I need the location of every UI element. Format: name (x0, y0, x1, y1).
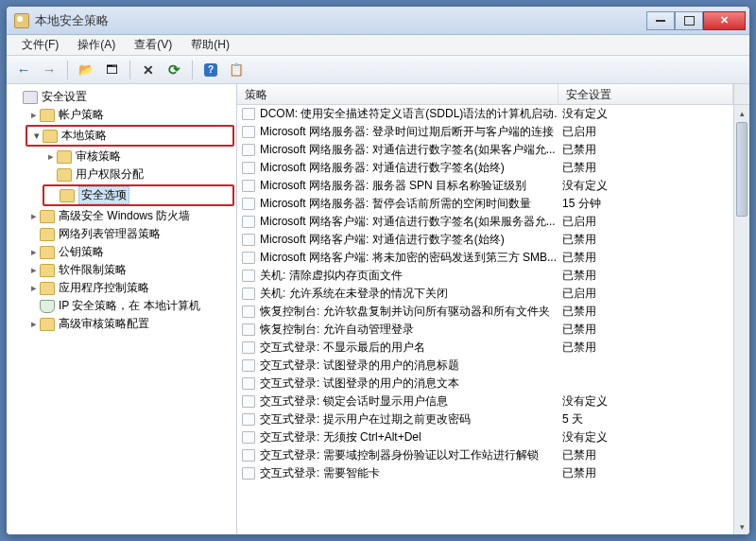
menu-help[interactable]: 帮助(H) (181, 35, 239, 55)
back-button[interactable] (12, 59, 35, 81)
list-row[interactable]: 恢复控制台: 允许软盘复制并访问所有驱动器和所有文件夹已禁用 (237, 303, 733, 321)
tree-appctrl[interactable]: 应用程序控制策略 (26, 279, 234, 297)
list-row[interactable]: 交互式登录: 需要域控制器身份验证以对工作站进行解锁已禁用 (237, 446, 733, 464)
list-row[interactable]: Microsoft 网络客户端: 将未加密的密码发送到第三方 SMB...已禁用 (237, 249, 733, 267)
refresh-button[interactable] (163, 59, 185, 81)
vertical-scrollbar[interactable] (733, 105, 749, 534)
expander-icon[interactable] (44, 150, 57, 163)
list-row[interactable]: 交互式登录: 锁定会话时显示用户信息没有定义 (237, 393, 733, 410)
policy-cell: 关机: 允许系统在未登录的情况下关闭 (260, 286, 558, 302)
list-row[interactable]: 交互式登录: 需要智能卡已禁用 (237, 464, 733, 482)
list-row[interactable]: 交互式登录: 试图登录的用户的消息文本 (237, 375, 733, 393)
policy-cell: Microsoft 网络服务器: 对通信进行数字签名(始终) (260, 160, 558, 176)
policy-icon (241, 270, 256, 283)
tree-pane[interactable]: 安全设置 帐户策略 (7, 84, 237, 534)
policy-cell: Microsoft 网络服务器: 登录时间过期后断开与客户端的连接 (260, 124, 558, 140)
list-row[interactable]: 交互式登录: 无须按 Ctrl+Alt+Del没有定义 (237, 428, 733, 446)
folder-icon (40, 210, 55, 223)
toolbar (7, 56, 749, 84)
minimize-button[interactable] (646, 11, 675, 30)
highlight-security-options: 安全选项 (43, 184, 234, 206)
policy-icon (241, 305, 256, 319)
forward-button[interactable] (38, 59, 60, 81)
column-setting[interactable]: 安全设置 (558, 84, 733, 104)
list-row[interactable]: 关机: 清除虚拟内存页面文件已禁用 (237, 267, 733, 285)
export-button[interactable] (225, 59, 248, 81)
menu-action[interactable]: 操作(A) (68, 35, 125, 55)
policy-cell: 交互式登录: 无须按 Ctrl+Alt+Del (260, 429, 558, 445)
expander-icon[interactable] (27, 210, 40, 222)
tree-user-rights[interactable]: 用户权限分配 (43, 166, 234, 183)
maximize-button[interactable] (675, 11, 703, 30)
setting-cell: 没有定义 (558, 393, 733, 410)
list-row[interactable]: 交互式登录: 试图登录的用户的消息标题 (237, 357, 733, 375)
tree-label: 公钥策略 (59, 244, 104, 260)
policy-cell: Microsoft 网络服务器: 服务器 SPN 目标名称验证级别 (260, 178, 558, 194)
list-row[interactable]: Microsoft 网络客户端: 对通信进行数字签名(始终)已禁用 (237, 231, 733, 249)
window-title: 本地安全策略 (35, 12, 646, 29)
setting-cell: 15 分钟 (558, 196, 733, 212)
list-row[interactable]: Microsoft 网络客户端: 对通信进行数字签名(如果服务器允...已启用 (237, 213, 733, 231)
menu-view[interactable]: 查看(V) (125, 35, 181, 55)
setting-cell: 已启用 (558, 286, 733, 302)
list-row[interactable]: DCOM: 使用安全描述符定义语言(SDDL)语法的计算机启动...没有定义 (237, 105, 733, 123)
scroll-down-icon[interactable] (734, 518, 749, 534)
tree-pubkey[interactable]: 公钥策略 (26, 243, 234, 261)
policy-icon (241, 108, 256, 121)
policy-cell: 交互式登录: 试图登录的用户的消息标题 (260, 358, 558, 374)
expander-icon[interactable] (27, 282, 40, 294)
tree-account-policy[interactable]: 帐户策略 (26, 106, 234, 124)
folder-icon (57, 168, 72, 182)
policy-icon (241, 395, 256, 409)
policy-cell: Microsoft 网络服务器: 对通信进行数字签名(如果客户端允... (260, 142, 558, 158)
expander-icon[interactable] (27, 264, 40, 276)
list-row[interactable]: 交互式登录: 提示用户在过期之前更改密码5 天 (237, 410, 733, 428)
expander-icon[interactable] (27, 246, 40, 258)
help-button[interactable] (199, 59, 222, 81)
tree-netlist[interactable]: 网络列表管理器策略 (26, 225, 234, 243)
up-level-button[interactable] (75, 59, 97, 81)
policy-cell: Microsoft 网络客户端: 将未加密的密码发送到第三方 SMB... (260, 250, 558, 266)
folder-icon (43, 130, 58, 143)
list-row[interactable]: Microsoft 网络服务器: 对通信进行数字签名(始终)已禁用 (237, 159, 733, 177)
properties-button[interactable] (100, 59, 123, 81)
list-body: DCOM: 使用安全描述符定义语言(SDDL)语法的计算机启动...没有定义Mi… (237, 105, 749, 534)
tree-audit-policy[interactable]: 审核策略 (43, 148, 234, 166)
policy-cell: Microsoft 网络客户端: 对通信进行数字签名(始终) (260, 232, 558, 248)
titlebar[interactable]: 本地安全策略 (7, 7, 749, 35)
policy-icon (241, 288, 256, 301)
tree-label: 本地策略 (61, 128, 107, 144)
list-row[interactable]: Microsoft 网络服务器: 暂停会话前所需的空闲时间数量15 分钟 (237, 195, 733, 213)
tree-security-options[interactable]: 安全选项 (45, 186, 232, 204)
list-row[interactable]: Microsoft 网络服务器: 对通信进行数字签名(如果客户端允...已禁用 (237, 141, 733, 159)
setting-cell: 已禁用 (558, 250, 733, 266)
tree-root[interactable]: 安全设置 (9, 88, 234, 106)
menu-file[interactable]: 文件(F) (12, 35, 68, 55)
rows-container[interactable]: DCOM: 使用安全描述符定义语言(SDDL)语法的计算机启动...没有定义Mi… (237, 105, 733, 534)
tree-ipsec[interactable]: IP 安全策略，在 本地计算机 (26, 297, 234, 315)
close-button[interactable] (703, 11, 746, 30)
tree-advaudit[interactable]: 高级审核策略配置 (26, 315, 234, 333)
list-row[interactable]: 恢复控制台: 允许自动管理登录已禁用 (237, 321, 733, 339)
delete-button[interactable] (137, 59, 160, 81)
setting-cell: 已禁用 (558, 232, 733, 248)
setting-cell: 已禁用 (558, 160, 733, 176)
toolbar-separator (67, 61, 68, 79)
tree-swrestrict[interactable]: 软件限制策略 (26, 261, 234, 279)
list-row[interactable]: Microsoft 网络服务器: 服务器 SPN 目标名称验证级别没有定义 (237, 177, 733, 195)
scroll-thumb[interactable] (736, 122, 747, 217)
app-icon (14, 13, 29, 28)
expander-icon[interactable] (27, 318, 40, 330)
folder-icon (40, 282, 55, 295)
expander-icon[interactable] (27, 109, 40, 121)
tree-local-policy[interactable]: 本地策略 (28, 127, 232, 145)
scroll-up-icon[interactable] (734, 105, 749, 121)
tree-firewall[interactable]: 高级安全 Windows 防火墙 (26, 207, 234, 225)
list-row[interactable]: 关机: 允许系统在未登录的情况下关闭已启用 (237, 285, 733, 303)
setting-cell: 5 天 (558, 411, 733, 428)
column-policy[interactable]: 策略 (237, 84, 558, 104)
list-row[interactable]: Microsoft 网络服务器: 登录时间过期后断开与客户端的连接已启用 (237, 123, 733, 141)
policy-icon (241, 449, 256, 462)
list-row[interactable]: 交互式登录: 不显示最后的用户名已禁用 (237, 339, 733, 357)
expander-icon[interactable] (30, 130, 43, 142)
